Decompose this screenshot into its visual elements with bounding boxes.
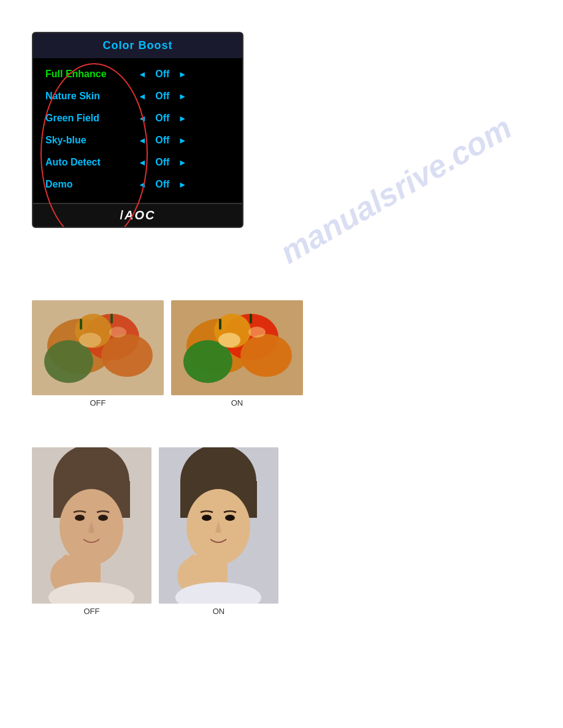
osd-label-green-field: Green Field	[45, 113, 134, 124]
pepper-comparison-row: OFF	[32, 300, 303, 408]
aoc-logo: /AOC	[120, 208, 155, 222]
osd-value-nature-skin: Off	[150, 91, 175, 102]
svg-rect-33	[82, 561, 101, 582]
svg-point-27	[98, 515, 108, 521]
face-off-label: OFF	[84, 607, 100, 616]
face-on-label: ON	[213, 607, 225, 616]
pepper-off-image	[32, 300, 164, 395]
watermark: manualsrive.com	[274, 109, 518, 271]
osd-arrow-right-4: ►	[178, 135, 187, 145]
osd-row-full-enhance: Full Enhance ◄ Off ►	[33, 63, 242, 85]
osd-arrow-right-2: ►	[178, 91, 187, 101]
osd-arrow-right-5: ►	[178, 157, 187, 167]
svg-rect-42	[190, 555, 197, 585]
face-comparison-row: OFF	[32, 447, 278, 616]
osd-value-full-enhance: Off	[150, 69, 175, 80]
osd-label-sky-blue: Sky-blue	[45, 135, 134, 146]
svg-point-7	[79, 333, 101, 347]
osd-arrow-left-2: ◄	[138, 91, 147, 101]
pepper-off-label: OFF	[90, 398, 106, 408]
osd-row-nature-skin: Nature Skin ◄ Off ►	[33, 85, 242, 107]
svg-point-5	[101, 334, 153, 377]
pepper-on-item: ON	[171, 300, 303, 408]
osd-label-auto-detect: Auto Detect	[45, 157, 134, 168]
aoc-slash: /	[120, 208, 124, 222]
face-on-image	[159, 447, 278, 604]
svg-rect-21	[250, 314, 252, 324]
svg-rect-29	[63, 555, 70, 585]
osd-row-green-field: Green Field ◄ Off ►	[33, 107, 242, 129]
osd-arrow-right-6: ►	[178, 180, 187, 189]
osd-arrow-right-1: ►	[178, 69, 187, 79]
osd-arrow-left-1: ◄	[138, 69, 147, 79]
osd-label-demo: Demo	[45, 179, 134, 190]
osd-arrow-left-3: ◄	[138, 113, 147, 123]
face-on-item: ON	[159, 447, 278, 616]
svg-point-8	[109, 327, 126, 338]
osd-arrow-left-5: ◄	[138, 157, 147, 167]
svg-rect-9	[80, 319, 82, 330]
svg-point-19	[248, 327, 266, 338]
osd-footer: /AOC	[33, 203, 242, 227]
svg-point-39	[202, 515, 212, 521]
svg-rect-10	[110, 314, 113, 324]
osd-value-sky-blue: Off	[150, 135, 175, 146]
osd-title: Color Boost	[33, 33, 242, 58]
osd-row-auto-detect: Auto Detect ◄ Off ►	[33, 151, 242, 173]
osd-arrow-right-3: ►	[178, 113, 187, 123]
pepper-comparison-section: OFF	[32, 300, 303, 408]
svg-point-18	[218, 333, 240, 347]
svg-rect-30	[72, 552, 79, 585]
osd-label-full-enhance: Full Enhance	[45, 69, 134, 80]
osd-label-nature-skin: Nature Skin	[45, 91, 134, 102]
osd-row-demo: Demo ◄ Off ►	[33, 173, 242, 195]
svg-rect-20	[219, 319, 221, 330]
osd-arrow-left-4: ◄	[138, 135, 147, 145]
osd-body: Full Enhance ◄ Off ► Nature Skin ◄ Off ►…	[33, 58, 242, 203]
osd-row-sky-blue: Sky-blue ◄ Off ►	[33, 129, 242, 151]
face-comparison-section: OFF	[32, 447, 278, 616]
osd-arrow-left-6: ◄	[138, 180, 147, 189]
svg-rect-43	[199, 552, 206, 585]
svg-point-26	[75, 515, 85, 521]
pepper-off-item: OFF	[32, 300, 164, 408]
osd-value-green-field: Off	[150, 113, 175, 124]
pepper-on-image	[171, 300, 303, 395]
osd-menu: Color Boost Full Enhance ◄ Off ► Nature …	[32, 32, 243, 228]
face-off-item: OFF	[32, 447, 151, 616]
face-off-image	[32, 447, 151, 604]
svg-point-16	[240, 334, 292, 377]
pepper-on-label: ON	[231, 398, 243, 408]
osd-value-auto-detect: Off	[150, 157, 175, 168]
svg-point-40	[225, 515, 235, 521]
svg-rect-46	[209, 561, 228, 582]
osd-value-demo: Off	[150, 179, 175, 190]
